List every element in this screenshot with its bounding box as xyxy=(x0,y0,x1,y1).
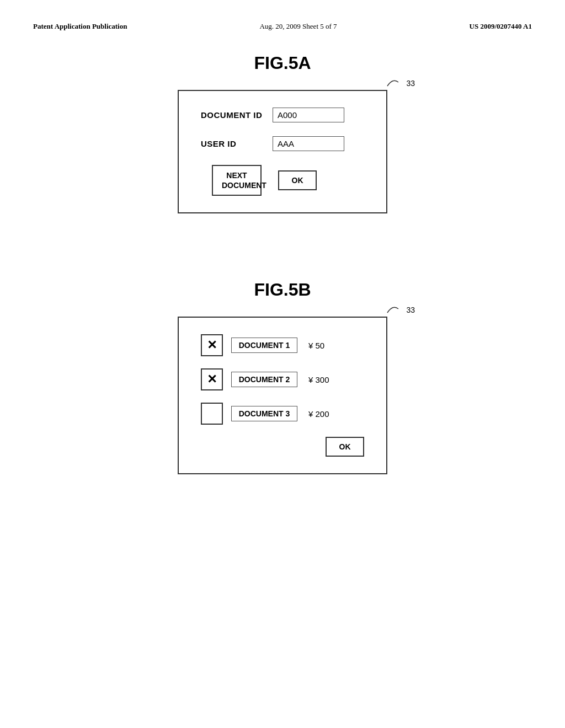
fig5a-container: 33 DOCUMENT ID A000 USER ID AAA NEXTDOCU… xyxy=(33,90,532,213)
fig5b-dialog: DOCUMENT 1 ¥ 50 DOCUMENT 2 ¥ 300 DOCUMEN… xyxy=(178,317,387,474)
header-date: Aug. 20, 2009 Sheet 5 of 7 xyxy=(259,22,337,31)
fig5b-ref-label: 33 xyxy=(387,304,415,315)
doc3-row: DOCUMENT 3 ¥ 200 xyxy=(201,403,364,425)
fig5a-dialog: DOCUMENT ID A000 USER ID AAA NEXTDOCUMEN… xyxy=(178,90,387,213)
fig5a-ref-label: 33 xyxy=(387,78,415,89)
doc1-name: DOCUMENT 1 xyxy=(231,338,297,353)
document-id-row: DOCUMENT ID A000 xyxy=(201,108,364,122)
header-publication-label: Patent Application Publication xyxy=(33,22,127,31)
fig5a-ref-number: 33 xyxy=(406,79,415,88)
fig5b-title: FIG.5B xyxy=(33,280,532,300)
doc1-price: ¥ 50 xyxy=(308,341,324,350)
fig5b-dialog-wrapper: 33 DOCUMENT 1 ¥ 50 DOCUMENT 2 ¥ 300 xyxy=(178,317,387,474)
doc3-price: ¥ 200 xyxy=(308,409,329,419)
patent-header: Patent Application Publication Aug. 20, … xyxy=(33,22,532,31)
fig5a-button-row: NEXTDOCUMENT OK xyxy=(201,165,364,196)
doc3-checkbox[interactable] xyxy=(201,403,223,425)
user-id-label: USER ID xyxy=(201,139,273,148)
doc3-name: DOCUMENT 3 xyxy=(231,406,297,421)
document-id-label: DOCUMENT ID xyxy=(201,110,273,120)
fig5a-title: FIG.5A xyxy=(33,53,532,73)
fig5b-ok-button[interactable]: OK xyxy=(326,437,364,457)
fig5a-ok-button[interactable]: OK xyxy=(278,170,317,190)
fig5a-dialog-wrapper: 33 DOCUMENT ID A000 USER ID AAA NEXTDOCU… xyxy=(178,90,387,213)
user-id-input[interactable]: AAA xyxy=(273,136,344,151)
user-id-row: USER ID AAA xyxy=(201,136,364,151)
document-id-input[interactable]: A000 xyxy=(273,108,344,122)
doc2-name: DOCUMENT 2 xyxy=(231,372,297,387)
fig5b-ok-row: OK xyxy=(201,437,364,457)
doc2-row: DOCUMENT 2 ¥ 300 xyxy=(201,368,364,390)
doc2-price: ¥ 300 xyxy=(308,375,329,384)
fig5b-container: 33 DOCUMENT 1 ¥ 50 DOCUMENT 2 ¥ 300 xyxy=(33,317,532,474)
doc2-checkbox[interactable] xyxy=(201,368,223,390)
doc1-row: DOCUMENT 1 ¥ 50 xyxy=(201,334,364,356)
doc1-checkbox[interactable] xyxy=(201,334,223,356)
header-patent-number: US 2009/0207440 A1 xyxy=(470,22,532,31)
fig5b-ref-number: 33 xyxy=(406,306,415,314)
next-document-button[interactable]: NEXTDOCUMENT xyxy=(212,165,262,196)
